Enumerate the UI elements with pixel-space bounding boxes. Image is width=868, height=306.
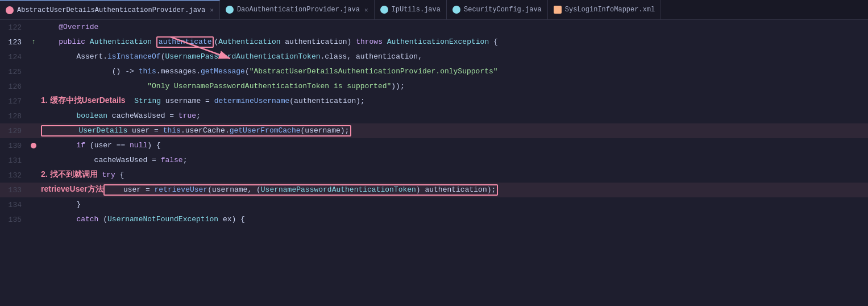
code-line-130: 130 if (user == null) {	[0, 138, 868, 153]
tab-securityconfig[interactable]: SecurityConfig.java	[447, 0, 548, 20]
line-num-130: 130	[0, 142, 28, 150]
highlight-authenticate: authenticate	[156, 36, 214, 48]
tab-label-ip: IpUtils.java	[392, 6, 441, 14]
line-content-135: catch (UsernameNotFoundException ex) {	[39, 212, 868, 227]
line-content-133: retrieveUser方法 user = retrieveUser(usern…	[39, 183, 868, 197]
line-num-127: 127	[0, 97, 28, 106]
line-content-122: @Override	[39, 20, 868, 35]
line-num-122: 122	[0, 23, 28, 32]
line-content-132: 2. 找不到就调用 try {	[39, 168, 868, 183]
line-content-124: Assert.isInstanceOf(UsernamePasswordAuth…	[39, 49, 868, 64]
tab-iputils[interactable]: IpUtils.java	[375, 0, 447, 20]
tab-label-dao: DaoAuthenticationProvider.java	[237, 6, 360, 14]
code-line-131: 131 cacheWasUsed = false;	[0, 153, 868, 168]
annotation-1: 1. 缓存中找UserDetails	[41, 96, 126, 105]
code-line-132: 132 2. 找不到就调用 try {	[0, 168, 868, 183]
line-num-131: 131	[0, 156, 28, 165]
code-line-123: 123 ↑ public Authentication authenticate…	[0, 35, 868, 49]
tab-label-xml: SysLoginInfoMapper.xml	[565, 6, 655, 14]
highlight-retrieveuser-line: user = retrieveUser(username, (UsernameP…	[103, 184, 499, 196]
tab-icon-dao	[226, 6, 234, 14]
code-line-128: 128 boolean cacheWasUsed = true;	[0, 109, 868, 123]
tab-sysloginmapper[interactable]: SysLoginInfoMapper.xml	[548, 0, 661, 20]
line-num-124: 124	[0, 53, 28, 61]
line-content-125: () -> this.messages.getMessage("Abstract…	[39, 64, 868, 79]
tab-abstract-provider[interactable]: AbstractUserDetailsAuthenticationProvide…	[0, 0, 220, 20]
line-content-131: cacheWasUsed = false;	[39, 153, 868, 168]
line-num-123: 123	[0, 38, 28, 47]
code-line-126: 126 "Only UsernamePasswordAuthentication…	[0, 79, 868, 94]
line-num-125: 125	[0, 68, 28, 76]
code-line-125: 125 () -> this.messages.getMessage("Abst…	[0, 64, 868, 79]
line-num-126: 126	[0, 82, 28, 91]
annotation-2-line2: retrieveUser方法	[41, 184, 103, 193]
code-editor: 122 @Override 123 ↑ public Authenticatio…	[0, 20, 868, 306]
tab-dao-provider[interactable]: DaoAuthenticationProvider.java ✕	[220, 0, 375, 20]
line-content-130: if (user == null) {	[39, 138, 868, 153]
line-content-123: public Authentication authenticate(Authe…	[39, 35, 868, 49]
gutter-123: ↑	[28, 38, 39, 46]
code-line-124: 124 Assert.isInstanceOf(UsernamePassword…	[0, 49, 868, 64]
code-line-134: 134 }	[0, 197, 868, 212]
editor-container: AbstractUserDetailsAuthenticationProvide…	[0, 0, 868, 306]
line-num-129: 129	[0, 127, 28, 135]
line-content-128: boolean cacheWasUsed = true;	[39, 109, 868, 123]
code-line-127: 127 1. 缓存中找UserDetails String username =…	[0, 94, 868, 109]
annotation-2-line1: 2. 找不到就调用	[41, 169, 98, 179]
debug-arrow: ↑	[31, 38, 35, 46]
line-num-135: 135	[0, 216, 28, 224]
line-num-132: 132	[0, 171, 28, 180]
gutter-130	[28, 143, 39, 148]
line-content-129: UserDetails user = this.userCache.getUse…	[39, 123, 868, 138]
line-content-126: "Only UsernamePasswordAuthenticationToke…	[39, 79, 868, 94]
tab-icon-security	[452, 6, 460, 14]
tab-label-security: SecurityConfig.java	[464, 6, 542, 14]
line-content-134: }	[39, 197, 868, 212]
tab-label: AbstractUserDetailsAuthenticationProvide…	[17, 6, 205, 14]
tab-close-dao[interactable]: ✕	[364, 6, 368, 14]
tab-bar: AbstractUserDetailsAuthenticationProvide…	[0, 0, 868, 20]
code-line-122: 122 @Override	[0, 20, 868, 35]
tab-icon-xml	[554, 6, 562, 14]
line-num-133: 133	[0, 186, 28, 195]
code-line-133: 133 retrieveUser方法 user = retrieveUser(u…	[0, 183, 868, 197]
code-line-135: 135 catch (UsernameNotFoundException ex)…	[0, 212, 868, 227]
tab-icon-ip	[380, 6, 388, 14]
code-line-129: 129 UserDetails user = this.userCache.ge…	[0, 123, 868, 138]
line-content-127: 1. 缓存中找UserDetails String username = det…	[39, 94, 868, 109]
breakpoint-130	[31, 143, 36, 148]
tab-close-button[interactable]: ✕	[210, 6, 214, 14]
line-num-134: 134	[0, 201, 28, 209]
highlight-userdetails-line: UserDetails user = this.userCache.getUse…	[41, 125, 351, 137]
line-num-128: 128	[0, 112, 28, 121]
tab-icon-java	[6, 6, 14, 14]
